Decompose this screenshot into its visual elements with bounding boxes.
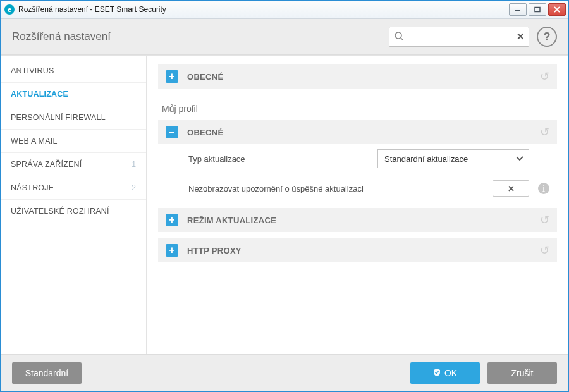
sidebar-item-label: PERSONÁLNÍ FIREWALL: [11, 113, 106, 122]
sidebar-item-label: UŽIVATELSKÉ ROZHRANÍ: [11, 207, 109, 216]
sidebar-item-label: AKTUALIZACE: [11, 90, 68, 99]
sidebar-item-device-mgmt[interactable]: SPRÁVA ZAŘÍZENÍ 1: [1, 153, 146, 176]
sidebar-item-firewall[interactable]: PERSONÁLNÍ FIREWALL: [1, 106, 146, 130]
section-header-general-top[interactable]: + OBECNÉ ↺: [158, 64, 557, 89]
section-header-update-mode[interactable]: + REŽIM AKTUALIZACE ↺: [158, 208, 557, 232]
suppress-notice-toggle[interactable]: ✕: [493, 180, 529, 197]
close-button[interactable]: [548, 3, 566, 16]
info-icon[interactable]: i: [538, 183, 549, 194]
sidebar: ANTIVIRUS AKTUALIZACE PERSONÁLNÍ FIREWAL…: [1, 56, 147, 354]
reset-icon[interactable]: ↺: [540, 213, 549, 227]
reset-icon[interactable]: ↺: [540, 125, 549, 139]
profile-subtitle: Můj profil: [158, 95, 557, 120]
app-window: e Rozšířená nastavení - ESET Smart Secur…: [0, 0, 569, 392]
help-button[interactable]: ?: [537, 27, 557, 47]
search-clear-icon[interactable]: ✕: [517, 31, 525, 42]
window-title: Rozšířená nastavení - ESET Smart Securit…: [18, 5, 509, 14]
section-update-mode: + REŽIM AKTUALIZACE ↺: [158, 208, 557, 232]
update-type-label: Typ aktualizace: [188, 154, 377, 164]
expand-icon: +: [166, 214, 178, 226]
section-title: OBECNÉ: [187, 128, 540, 137]
cancel-button[interactable]: Zrušit: [487, 362, 557, 384]
collapse-icon: –: [166, 126, 178, 138]
sidebar-item-label: NÁSTROJE: [11, 183, 54, 192]
section-title: OBECNÉ: [187, 72, 540, 82]
maximize-button[interactable]: [529, 3, 546, 16]
reset-icon[interactable]: ↺: [540, 70, 549, 83]
main-content: + OBECNÉ ↺ Můj profil – OBECNÉ ↺ Typ akt…: [147, 56, 568, 354]
update-type-select[interactable]: Standardní aktualizace: [377, 149, 529, 168]
footer: Standardní OK Zrušit: [1, 354, 568, 391]
sidebar-item-label: SPRÁVA ZAŘÍZENÍ: [11, 160, 82, 169]
search-icon: [394, 31, 404, 43]
body: ANTIVIRUS AKTUALIZACE PERSONÁLNÍ FIREWAL…: [1, 55, 568, 354]
section-general-top: + OBECNÉ ↺: [158, 64, 557, 89]
chevron-down-icon: [515, 153, 525, 165]
sidebar-item-web-mail[interactable]: WEB A MAIL: [1, 130, 146, 153]
header-bar: Rozšířená nastavení ✕ ?: [1, 19, 568, 55]
search-field[interactable]: ✕: [389, 27, 529, 47]
section-header-http-proxy[interactable]: + HTTP PROXY ↺: [158, 238, 557, 262]
sidebar-item-aktualizace[interactable]: AKTUALIZACE: [1, 83, 146, 106]
select-value: Standardní aktualizace: [384, 154, 468, 164]
section-header-general-nested[interactable]: – OBECNÉ ↺: [158, 120, 557, 144]
app-logo-icon: e: [4, 4, 15, 15]
sidebar-item-ui[interactable]: UŽIVATELSKÉ ROZHRANÍ: [1, 200, 146, 223]
row-suppress-notice: Nezobrazovat upozornění o úspěšné aktual…: [158, 175, 557, 202]
section-title: REŽIM AKTUALIZACE: [187, 216, 540, 225]
suppress-notice-label: Nezobrazovat upozornění o úspěšné aktual…: [188, 184, 493, 193]
button-label: Standardní: [25, 368, 69, 378]
svg-point-4: [395, 32, 401, 39]
expand-icon: +: [166, 70, 178, 83]
section-http-proxy: + HTTP PROXY ↺: [158, 238, 557, 262]
page-title: Rozšířená nastavení: [12, 30, 389, 43]
sidebar-item-tools[interactable]: NÁSTROJE 2: [1, 176, 146, 200]
section-general-nested: – OBECNÉ ↺ Typ aktualizace Standardní ak…: [158, 120, 557, 202]
reset-icon[interactable]: ↺: [540, 243, 549, 257]
window-controls: [509, 3, 566, 16]
sidebar-badge: 2: [132, 183, 136, 192]
section-title: HTTP PROXY: [187, 246, 540, 255]
button-label: Zrušit: [511, 368, 534, 378]
toggle-glyph: ✕: [508, 184, 515, 193]
default-button[interactable]: Standardní: [12, 362, 82, 384]
ok-button[interactable]: OK: [410, 362, 480, 384]
expand-icon: +: [166, 244, 178, 257]
row-update-type: Typ aktualizace Standardní aktualizace: [158, 144, 557, 173]
svg-rect-1: [535, 8, 540, 12]
sidebar-badge: 1: [132, 160, 136, 169]
search-input[interactable]: [389, 27, 529, 46]
button-label: OK: [444, 368, 457, 378]
svg-line-5: [401, 38, 403, 40]
sidebar-item-antivirus[interactable]: ANTIVIRUS: [1, 59, 146, 83]
sidebar-item-label: ANTIVIRUS: [11, 66, 54, 75]
shield-check-icon: [433, 368, 441, 378]
titlebar: e Rozšířená nastavení - ESET Smart Secur…: [1, 1, 568, 19]
sidebar-item-label: WEB A MAIL: [11, 137, 58, 145]
minimize-button[interactable]: [509, 3, 527, 16]
